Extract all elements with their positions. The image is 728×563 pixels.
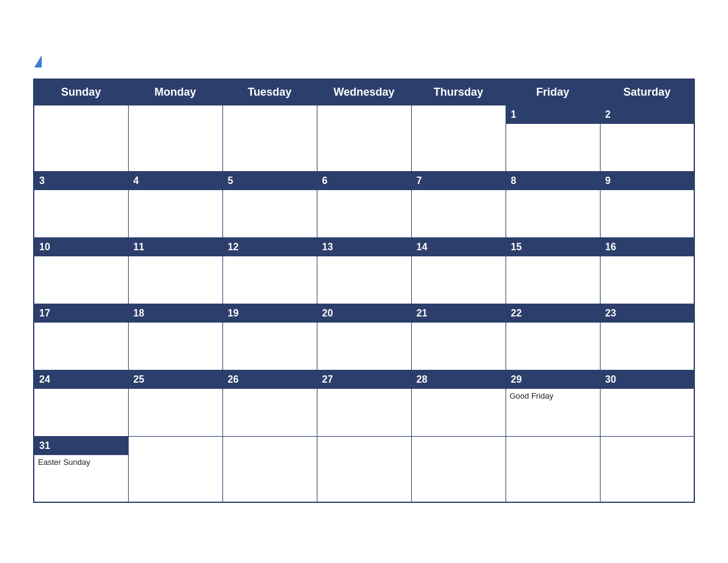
day-number: 1 xyxy=(506,105,600,124)
table-row: 7 xyxy=(411,171,506,237)
table-row xyxy=(317,105,411,171)
day-number: 4 xyxy=(129,172,222,190)
day-number: 7 xyxy=(412,172,506,190)
day-number: 30 xyxy=(601,370,694,389)
day-number: 6 xyxy=(317,172,411,190)
day-number: 23 xyxy=(601,304,694,323)
day-number: 31 xyxy=(34,437,128,455)
day-number xyxy=(412,105,506,124)
week-row-1: 3456789 xyxy=(34,171,694,237)
col-friday: Friday xyxy=(506,79,600,105)
day-number: 8 xyxy=(506,172,600,190)
calendar-container: Sunday Monday Tuesday Wednesday Thursday… xyxy=(15,42,713,522)
table-row: 25 xyxy=(128,370,222,436)
day-number: 20 xyxy=(317,304,411,323)
day-number: 14 xyxy=(412,238,506,256)
table-row: 17 xyxy=(34,304,128,370)
day-number: 5 xyxy=(223,172,317,190)
day-number xyxy=(223,105,317,124)
day-number: 2 xyxy=(601,105,694,124)
table-row: 23 xyxy=(600,304,694,370)
day-number: 13 xyxy=(317,238,411,256)
week-row-5: 31Easter Sunday xyxy=(34,436,694,502)
calendar-header xyxy=(33,54,695,67)
table-row xyxy=(34,105,128,171)
day-number xyxy=(506,437,600,455)
day-event: Easter Sunday xyxy=(34,455,128,469)
day-number: 9 xyxy=(601,172,694,190)
table-row: 29Good Friday xyxy=(506,370,600,436)
day-number: 18 xyxy=(129,304,222,323)
table-row xyxy=(317,436,411,502)
table-row: 21 xyxy=(411,304,506,370)
day-number xyxy=(317,105,411,124)
day-number: 3 xyxy=(34,172,128,190)
table-row xyxy=(600,436,694,502)
day-number: 22 xyxy=(506,304,600,323)
day-number: 28 xyxy=(412,370,506,389)
table-row: 3 xyxy=(34,171,128,237)
table-row xyxy=(128,436,222,502)
day-number: 16 xyxy=(601,238,694,256)
day-number xyxy=(34,105,128,124)
table-row: 24 xyxy=(34,370,128,436)
week-row-0: 12 xyxy=(34,105,694,171)
table-row xyxy=(128,105,222,171)
table-row: 19 xyxy=(222,304,317,370)
weekday-header-row: Sunday Monday Tuesday Wednesday Thursday… xyxy=(34,79,694,105)
day-number: 10 xyxy=(34,238,128,256)
day-number xyxy=(601,437,694,455)
day-number xyxy=(412,437,506,455)
logo xyxy=(33,54,42,67)
table-row: 15 xyxy=(506,237,600,304)
week-row-2: 10111213141516 xyxy=(34,237,694,304)
table-row: 18 xyxy=(128,304,222,370)
table-row: 4 xyxy=(128,171,222,237)
day-number: 26 xyxy=(223,370,317,389)
day-number: 25 xyxy=(129,370,222,389)
logo-triangle-icon xyxy=(34,55,42,67)
day-number xyxy=(317,437,411,455)
table-row: 5 xyxy=(222,171,317,237)
table-row: 1 xyxy=(506,105,600,171)
table-row: 22 xyxy=(506,304,600,370)
table-row: 6 xyxy=(317,171,411,237)
table-row: 28 xyxy=(411,370,506,436)
table-row: 31Easter Sunday xyxy=(34,436,128,502)
table-row xyxy=(222,436,317,502)
day-number: 17 xyxy=(34,304,128,323)
week-row-4: 242526272829Good Friday30 xyxy=(34,370,694,436)
day-number xyxy=(129,437,222,455)
day-number: 21 xyxy=(412,304,506,323)
day-event: Good Friday xyxy=(506,389,600,403)
day-number xyxy=(129,105,222,124)
day-number: 29 xyxy=(506,370,600,389)
day-number: 19 xyxy=(223,304,317,323)
table-row: 30 xyxy=(600,370,694,436)
table-row: 20 xyxy=(317,304,411,370)
table-row xyxy=(506,436,600,502)
table-row: 11 xyxy=(128,237,222,304)
table-row xyxy=(411,105,506,171)
calendar-table: Sunday Monday Tuesday Wednesday Thursday… xyxy=(33,79,695,504)
day-number: 27 xyxy=(317,370,411,389)
col-wednesday: Wednesday xyxy=(317,79,411,105)
col-saturday: Saturday xyxy=(600,79,694,105)
day-number xyxy=(223,437,317,455)
table-row: 10 xyxy=(34,237,128,304)
table-row xyxy=(411,436,506,502)
table-row: 27 xyxy=(317,370,411,436)
table-row: 2 xyxy=(600,105,694,171)
col-sunday: Sunday xyxy=(34,79,128,105)
col-monday: Monday xyxy=(128,79,222,105)
day-number: 15 xyxy=(506,238,600,256)
day-number: 11 xyxy=(129,238,222,256)
table-row: 14 xyxy=(411,237,506,304)
table-row xyxy=(222,105,317,171)
table-row: 12 xyxy=(222,237,317,304)
day-number: 12 xyxy=(223,238,317,256)
week-row-3: 17181920212223 xyxy=(34,304,694,370)
table-row: 13 xyxy=(317,237,411,304)
table-row: 9 xyxy=(600,171,694,237)
table-row: 16 xyxy=(600,237,694,304)
